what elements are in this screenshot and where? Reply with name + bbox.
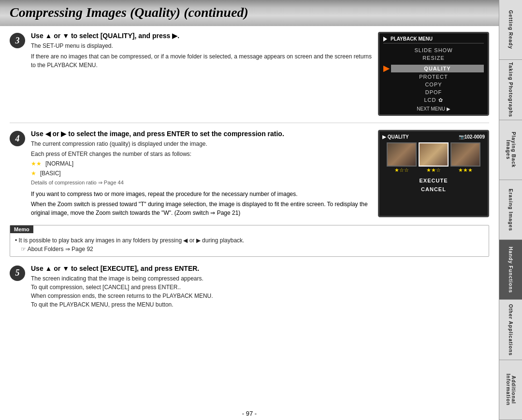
- step4-title: Use ◀ or ▶ to select the image, and pres…: [31, 130, 373, 138]
- sidebar-tab-getting-ready[interactable]: Getting Ready: [499, 0, 522, 60]
- step4-text: Use ◀ or ▶ to select the image, and pres…: [31, 130, 373, 217]
- memo-bullet: • It is possible to play back any images…: [15, 236, 484, 245]
- next-menu-row: NEXT MENU ▶: [383, 106, 484, 112]
- sidebar-tab-additional[interactable]: Additional Information: [499, 360, 522, 420]
- main-content: Compressing Images (Quality) (continued)…: [0, 0, 499, 420]
- step4-section: 4 Use ◀ or ▶ to select the image, and pr…: [10, 130, 489, 217]
- step5-section: 5 Use ▲ or ▼ to select [EXECUTE], and pr…: [10, 265, 489, 309]
- execute-button[interactable]: EXECUTE: [420, 177, 448, 184]
- play-icon: [383, 37, 387, 42]
- sidebar-tab-playing-back[interactable]: Playing Back Images: [499, 120, 522, 180]
- quality-image-frame-2: [419, 142, 449, 167]
- quality-header: ▶ QUALITY 📷102-0009: [382, 134, 485, 140]
- quality-header-left: ▶ QUALITY: [382, 134, 409, 140]
- step5-number: 5: [10, 266, 25, 281]
- page-number: - 97 -: [242, 410, 257, 417]
- step3-with-screenshot: Use ▲ or ▼ to select [QUALITY], and pres…: [31, 32, 489, 116]
- step3-line1: The SET-UP menu is displayed.: [31, 42, 373, 50]
- menu-item-resize: RESIZE: [383, 54, 484, 62]
- next-menu-label: NEXT MENU ▶: [417, 106, 450, 112]
- page-header: Compressing Images (Quality) (continued): [0, 0, 499, 26]
- step4-body: The current compression ratio (quality) …: [31, 140, 373, 187]
- sidebar: Getting Ready Taking Photographs Playing…: [499, 0, 522, 420]
- memo-title: Memo: [10, 225, 33, 233]
- step5-title: Use ▲ or ▼ to select [EXECUTE], and pres…: [31, 265, 489, 272]
- menu-item-quality[interactable]: QUALITY: [391, 65, 484, 72]
- menu-arrow-row: ▶ QUALITY: [383, 64, 484, 73]
- step3-title: Use ▲ or ▼ to select [QUALITY], and pres…: [31, 32, 373, 40]
- quality-screen-inner: ▶ QUALITY 📷102-0009 ★☆☆: [379, 131, 488, 196]
- step5-line2: To quit compression, select [CANCEL] and…: [31, 283, 489, 292]
- cancel-button[interactable]: CANCEL: [421, 185, 446, 193]
- quality-stars-3: ★★★: [458, 167, 473, 174]
- memo-box: Memo • It is possible to play back any i…: [10, 225, 489, 257]
- quality-image-frame-3: [450, 142, 480, 167]
- star-basic-label: [BASIC]: [40, 169, 61, 178]
- step5-line3: When compression ends, the screen return…: [31, 292, 489, 300]
- step4-extra: If you want to compress two or more imag…: [31, 190, 373, 217]
- quality-image-content-3: [451, 143, 479, 166]
- details-note: Details of compression ratio ⇒ Page 44: [31, 179, 373, 187]
- star-item-normal: ★★ [NORMAL]: [31, 159, 373, 168]
- note-icon: ☞: [21, 246, 28, 252]
- step4-with-screenshot: Use ◀ or ▶ to select the image, and pres…: [31, 130, 489, 217]
- step5-line1: The screen indicating that the image is …: [31, 274, 489, 283]
- page-title: Compressing Images (Quality) (continued): [10, 5, 489, 20]
- sidebar-tab-other[interactable]: Other Applications: [499, 300, 522, 360]
- star-normal-icon: ★★: [31, 159, 42, 168]
- step4-extra-line1: If you want to compress two or more imag…: [31, 190, 373, 198]
- quality-stars-2: ★★☆: [426, 167, 441, 174]
- step5-text: Use ▲ or ▼ to select [EXECUTE], and pres…: [31, 265, 489, 309]
- playback-menu: PLAYBACK MENU SLIDE SHOW RESIZE ▶ QUALIT…: [379, 33, 488, 114]
- menu-item-slideshow: SLIDE SHOW: [383, 46, 484, 54]
- star-item-basic: ★ [BASIC]: [31, 169, 373, 178]
- menu-item-lcd: LCD ✿: [383, 96, 484, 104]
- content-body: 3 Use ▲ or ▼ to select [QUALITY], and pr…: [0, 26, 499, 407]
- quality-image-2[interactable]: ★★☆: [419, 142, 449, 174]
- divider1: [10, 123, 489, 123]
- menu-arrow-icon: ▶: [383, 64, 389, 73]
- quality-header-right: 📷102-0009: [459, 134, 485, 140]
- step4-number: 4: [10, 131, 25, 146]
- menu-item-copy: COPY: [383, 81, 484, 88]
- quality-screen: ▶ QUALITY 📷102-0009 ★☆☆: [378, 130, 489, 217]
- sidebar-tab-erasing[interactable]: Erasing Images: [499, 180, 522, 240]
- star-normal-label: [NORMAL]: [45, 159, 73, 168]
- quality-image-content-1: [388, 143, 416, 166]
- playback-menu-screen: PLAYBACK MENU SLIDE SHOW RESIZE ▶ QUALIT…: [378, 32, 489, 116]
- menu-item-dpof: DPOF: [383, 88, 484, 96]
- quality-image-3[interactable]: ★★★: [450, 142, 480, 174]
- sidebar-tab-handy[interactable]: Handy Functions: [499, 240, 522, 300]
- quality-images: ★☆☆ ★★☆: [382, 142, 485, 174]
- memo-note: ☞ About Folders ⇒ Page 92: [15, 245, 484, 253]
- quality-image-content-2: [420, 143, 448, 166]
- star-basic-icon: ★: [31, 169, 36, 178]
- step5-line4: To quit the PLAYBACK MENU, press the MEN…: [31, 300, 489, 309]
- quality-buttons: EXECUTE CANCEL: [382, 177, 485, 193]
- step3-section: 3 Use ▲ or ▼ to select [QUALITY], and pr…: [10, 32, 489, 116]
- step3-body: The SET-UP menu is displayed. If there a…: [31, 42, 373, 70]
- quality-image-1[interactable]: ★☆☆: [387, 142, 417, 174]
- step4-line1: The current compression ratio (quality) …: [31, 140, 373, 148]
- step3-number: 3: [10, 33, 25, 48]
- page-footer: - 97 -: [0, 407, 499, 420]
- step4-line2: Each press of ENTER changes the number o…: [31, 150, 373, 158]
- quality-stars-1: ★☆☆: [394, 167, 409, 174]
- step4-extra-line2: When the Zoom switch is pressed toward "…: [31, 200, 373, 217]
- sidebar-tab-taking-photos[interactable]: Taking Photographs: [499, 60, 522, 120]
- quality-image-frame-1: [387, 142, 417, 167]
- memo-content: • It is possible to play back any images…: [10, 233, 489, 256]
- playback-menu-title: PLAYBACK MENU: [383, 36, 484, 43]
- menu-item-protect: PROTECT: [383, 73, 484, 81]
- step5-body: The screen indicating that the image is …: [31, 274, 489, 309]
- step3-line2: If there are no images that can be compr…: [31, 52, 373, 70]
- step3-text: Use ▲ or ▼ to select [QUALITY], and pres…: [31, 32, 373, 116]
